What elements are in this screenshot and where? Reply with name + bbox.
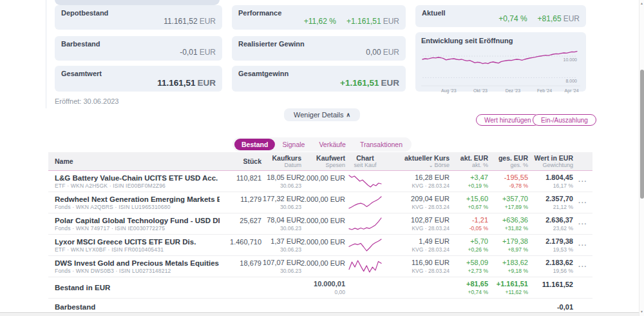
kaufwert-cell: 2.000,00 EUR <box>301 171 345 192</box>
card-realisierter-gewinn: Realisierter Gewinn 0,00EUR <box>232 36 406 61</box>
ges-eur-cell: +183,62+9,18 % <box>488 256 528 277</box>
scrollbar-thumb[interactable] <box>640 70 644 199</box>
card-value: +1.161,51 <box>340 78 379 88</box>
card-entwicklung: Entwicklung seit Eröffnung 10.0008.000Au… <box>415 32 586 92</box>
akt-eur-cell: +3,47+0,19 % <box>450 171 488 192</box>
card-gesamtgewinn: Gesamtgewinn +1.161,51EUR <box>232 66 406 92</box>
table-row[interactable]: Lyxor MSCI Greece UCITS ETF EUR Dis.ETF … <box>48 235 592 256</box>
scroll-down-icon[interactable]: ▼ <box>639 310 644 313</box>
row-menu-icon[interactable]: ··· <box>573 213 592 234</box>
opened-date-label: Eröffnet: 30.06.2023 <box>55 97 119 105</box>
ges-eur-cell: +636,36+31,82 % <box>488 213 528 234</box>
col-header-stueck: Stück <box>243 157 261 165</box>
card-label: Barbestand <box>61 40 216 48</box>
card-value: 11.161,52 <box>164 17 198 26</box>
scroll-up-icon[interactable]: ▲ <box>639 1 644 5</box>
ein-auszahlung-button[interactable]: Ein-/Auszahlung <box>533 114 596 126</box>
row-menu-icon[interactable]: ··· <box>573 192 592 213</box>
totals-ges-eur: +1.161,51 <box>497 279 528 288</box>
svg-text:10.000: 10.000 <box>564 57 578 62</box>
svg-text:Feb '24: Feb '24 <box>537 88 552 93</box>
position-meta: Fonds · WKN DWS0B3 · ISIN LU0273148212 <box>55 268 220 275</box>
aktuell-amount: +81,65 <box>538 14 562 23</box>
position-name: Polar Capital Global Technology Fund - U… <box>55 216 220 225</box>
totals-label: Bestand in EUR <box>55 283 220 292</box>
position-name: DWS Invest Gold and Precious Metals Equi… <box>55 259 220 268</box>
sparkline-chart <box>345 192 385 213</box>
currency-label: EUR <box>383 17 399 26</box>
card-label: Gesamtwert <box>61 70 216 77</box>
position-name-cell[interactable]: Redwheel Next Generation Emerging Market… <box>48 192 220 213</box>
position-name-cell[interactable]: DWS Invest Gold and Precious Metals Equi… <box>48 256 220 277</box>
col-header-kaufwert: Kaufwert <box>316 154 345 162</box>
boerse-dropdown[interactable]: ⌄Börse <box>429 162 450 168</box>
position-name: Redwheel Next Generation Emerging Market… <box>55 195 220 204</box>
card-value: -0,01 <box>180 48 197 57</box>
col-header-wert-in-eur: Wert in EUR <box>535 154 573 162</box>
sparkline-chart <box>345 213 385 234</box>
clipped-top-button[interactable] <box>55 0 220 5</box>
tab-signale[interactable]: Signale <box>275 139 312 150</box>
col-header-kaufkurs: Kaufkurs <box>272 154 301 162</box>
stueck-cell: 25,627 <box>220 213 261 234</box>
tab-verkäufe[interactable]: Verkäufe <box>312 139 352 150</box>
aktueller-kurs-cell: 1,49 EURKVG · 28.03.24 <box>385 235 450 255</box>
aktueller-kurs-cell: 16,28 EURKVG · 28.03.24 <box>385 171 450 192</box>
kaufwert-cell: 2.000,00 EUR <box>301 256 345 277</box>
kaufwert-cell: 2.000,00 EUR <box>301 235 345 255</box>
col-subheader-datum: Datum <box>284 162 301 168</box>
totals-akt-pct: +0,74 % <box>468 289 488 296</box>
svg-text:Okt '23: Okt '23 <box>473 88 488 93</box>
akt-eur-cell: +15,60+0,67 % <box>450 192 488 213</box>
stueck-cell: 110,821 <box>220 171 261 192</box>
col-subheader-spesen: Spesen <box>325 162 345 168</box>
col-subheader-seit-kauf: seit Kauf <box>354 162 376 168</box>
card-aktuell: Aktuell +0,74 %+81,65EUR <box>415 5 586 27</box>
card-label: Realisierter Gewinn <box>238 40 399 48</box>
table-row[interactable]: Redwheel Next Generation Emerging Market… <box>48 192 592 213</box>
tab-transaktionen[interactable]: Transaktionen <box>353 139 410 150</box>
table-row[interactable]: L&G Battery Value-Chain UCITS ETF USD Ac… <box>48 171 592 192</box>
table-row[interactable]: Polar Capital Global Technology Fund - U… <box>48 213 592 235</box>
col-header-chart: Chart <box>356 154 374 162</box>
stueck-cell: 1.460,710 <box>220 235 261 255</box>
row-menu-icon[interactable]: ··· <box>573 256 592 277</box>
row-menu-icon[interactable]: ··· <box>573 235 592 255</box>
aktuell-percent: +0,74 % <box>498 14 527 23</box>
row-menu-icon[interactable]: ··· <box>573 171 592 192</box>
vertical-scrollbar[interactable]: ▲ ▼ <box>639 0 644 316</box>
position-name-cell[interactable]: Polar Capital Global Technology Fund - U… <box>48 213 220 234</box>
col-header-aktueller-kurs: aktueller Kurs <box>404 154 450 162</box>
col-header-ges-eur: ges. EUR <box>498 154 528 162</box>
totals-akt-eur: +81,65 <box>466 279 488 288</box>
kaufwert-cell: 2.000,00 EUR <box>301 213 345 234</box>
performance-percent: +11,62 % <box>304 17 336 26</box>
kaufkurs-cell: 18,05 EUR30.06.23 <box>261 171 301 192</box>
currency-label: EUR <box>381 78 399 88</box>
akt-eur-cell: -1,21-0,05 % <box>450 213 488 234</box>
kaufwert-cell: 2.000,00 EUR <box>301 192 345 213</box>
tab-bestand[interactable]: Bestand <box>234 139 275 150</box>
stueck-cell: 18,679 <box>220 256 261 277</box>
akt-eur-cell: +5,70+0,26 % <box>450 235 488 255</box>
details-button-label: Weniger Details <box>294 111 343 119</box>
currency-label: EUR <box>564 14 580 23</box>
table-row[interactable]: DWS Invest Gold and Precious Metals Equi… <box>48 256 592 277</box>
position-name-cell[interactable]: L&G Battery Value-Chain UCITS ETF USD Ac… <box>48 171 220 192</box>
wert-cell: 2.357,7021,12 % <box>528 192 573 213</box>
sparkline-chart <box>345 256 385 277</box>
wert-cell: 2.636,3723,62 % <box>528 213 573 234</box>
wert-hinzufuegen-button[interactable]: Wert hinzufügen <box>476 114 540 126</box>
kaufkurs-cell: 107,07 EUR30.06.23 <box>261 256 301 277</box>
weniger-details-button[interactable]: Weniger Details ∧ <box>284 108 360 121</box>
position-meta: Fonds · WKN A2QBRS · ISIN LU1965310680 <box>55 204 220 211</box>
card-value: 11.161,51 <box>157 78 195 88</box>
col-subheader-ges-pct: ges. % <box>510 162 528 168</box>
position-name-cell[interactable]: Lyxor MSCI Greece UCITS ETF EUR Dis.ETF … <box>48 235 220 255</box>
boerse-label: Börse <box>434 162 450 168</box>
svg-text:8.000: 8.000 <box>565 79 577 83</box>
card-label: Depotbestand <box>61 9 216 17</box>
totals-wert: 11.161,52 <box>542 280 573 289</box>
totals-spesen: 0,00 <box>334 289 345 296</box>
aktueller-kurs-cell: 102,87 EURKVG · 28.03.24 <box>385 213 450 234</box>
